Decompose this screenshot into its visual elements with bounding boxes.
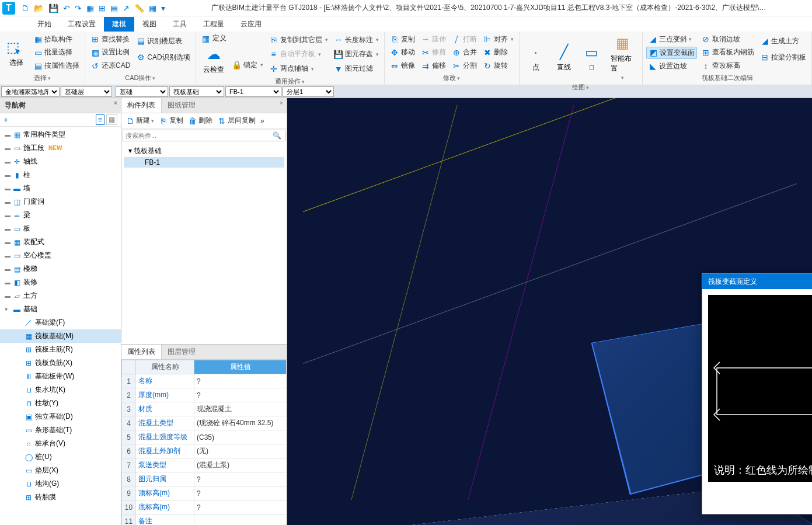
comp-floor-copy-button[interactable]: ⇅层间复制 [215, 115, 257, 126]
tree-subitem[interactable]: Ⅲ基础板带(W) [0, 370, 121, 383]
menu-start[interactable]: 开始 [29, 17, 60, 32]
cancel-slope-button[interactable]: ⊘取消边坡 [699, 34, 756, 45]
set-var-section-button[interactable]: ◩设置变截面 [646, 47, 697, 59]
smart-layout-button[interactable]: ▦智能布置▾ [607, 33, 639, 82]
delete-button[interactable]: ✖删除 [481, 47, 515, 58]
lock-button[interactable]: 🔒锁定 [231, 60, 265, 71]
qat-open-icon[interactable]: 📂 [32, 2, 46, 14]
tab-properties[interactable]: 属性列表 [121, 345, 162, 359]
nav-view-list-icon[interactable]: ≡ [96, 114, 104, 125]
menu-view[interactable]: 视图 [134, 17, 165, 32]
select-by-prop-button[interactable]: ▤按属性选择 [32, 60, 81, 71]
tree-item[interactable]: ▬▦常用构件类型 [0, 128, 121, 141]
qat-ruler-icon[interactable]: 📏 [132, 2, 147, 14]
tree-subitem[interactable]: ⊞筏板负筋(X) [0, 356, 121, 370]
comp-tree-fb1[interactable]: FB-1 [124, 157, 284, 168]
comp-new-button[interactable]: 🗋新建▾ [124, 115, 156, 126]
tree-subitem[interactable]: ⊓柱墩(Y) [0, 397, 121, 410]
define-button[interactable]: ▦定义 [200, 33, 228, 44]
qat-dropdown-icon[interactable]: ▾ [159, 2, 168, 14]
group-draw-label[interactable]: 绘图 [523, 82, 639, 93]
tree-subitem[interactable]: ▦筏板基础(M) [0, 329, 121, 343]
move-button[interactable]: ✥移动 [388, 47, 417, 58]
set-scale-button[interactable]: ▦设置比例 [89, 47, 132, 58]
menu-cloud[interactable]: 云应用 [232, 17, 270, 32]
tab-drawing-mgmt[interactable]: 图纸管理 [162, 98, 201, 113]
menu-tools[interactable]: 工具 [165, 17, 195, 32]
tree-subitem[interactable]: ▭条形基础(T) [0, 423, 121, 437]
find-replace-button[interactable]: ⊞查找替换 [89, 34, 132, 45]
tree-item[interactable]: ▬◫门窗洞 [0, 195, 121, 208]
tree-subitem[interactable]: ▣独立基础(D) [0, 410, 121, 423]
tree-subitem[interactable]: ⊔地沟(G) [0, 477, 121, 491]
qat-redo-icon[interactable]: ↷ [72, 2, 84, 14]
element-filter-button[interactable]: ▼图元过滤 [332, 63, 381, 74]
comp-tree-root[interactable]: ▾ 筏板基础 [124, 145, 284, 157]
view-rebar-button[interactable]: ⊞查看板内钢筋 [699, 47, 756, 58]
comp-close-icon[interactable]: × [277, 99, 285, 107]
save-element-button[interactable]: 💾图元存盘 [332, 48, 381, 60]
menu-modeling[interactable]: 建模 [104, 17, 134, 32]
tree-item[interactable]: ▬◧装修 [0, 276, 121, 289]
tree-subitem[interactable]: ／基础梁(F) [0, 316, 121, 329]
tree-item[interactable]: ▬═梁 [0, 208, 121, 222]
copy-button[interactable]: ⎘复制 [388, 34, 417, 45]
line-button[interactable]: ╱直线 [551, 33, 577, 82]
comp-more-button[interactable]: » [259, 115, 266, 126]
group-cad-label[interactable]: CAD操作 [89, 72, 192, 84]
offset-button[interactable]: ⇉偏移 [419, 60, 448, 71]
tree-item[interactable]: ▬✛轴线 [0, 155, 121, 168]
group-general-label[interactable]: 通用操作 [200, 76, 381, 87]
tree-subitem[interactable]: ◯桩(U) [0, 450, 121, 464]
property-row[interactable]: 9顶标高(m)? [122, 486, 287, 500]
tree-item[interactable]: ▬▱土方 [0, 289, 121, 303]
group-select-label[interactable]: 选择 [4, 72, 81, 84]
property-row[interactable]: 7泵送类型(混凝土泵) [122, 458, 287, 472]
property-row[interactable]: 11备注 [122, 514, 287, 526]
filter-project[interactable]: 金地湘家荡地库 [1, 86, 60, 97]
cad-options-button[interactable]: ⚙CAD识别选项 [134, 52, 191, 63]
qat-tool1-icon[interactable]: ▦ [84, 2, 96, 14]
tree-item[interactable]: ▾▬基础 [0, 303, 121, 316]
mirror-button[interactable]: ⇔镜像 [388, 60, 417, 71]
length-dim-button[interactable]: ↔长度标注 [332, 34, 381, 46]
dialog-titlebar[interactable]: 筏板变截面定义 × [702, 274, 812, 289]
property-row[interactable]: 10底标高(m)? [122, 500, 287, 514]
nav-add-icon[interactable]: + [4, 115, 8, 124]
qat-new-icon[interactable]: 🗋 [19, 2, 32, 14]
break-button[interactable]: ⧸打断 [450, 34, 479, 45]
point-button[interactable]: ·点 [523, 33, 549, 82]
gen-earthwork-button[interactable]: ◢生成土方 [758, 36, 808, 47]
tree-subitem[interactable]: ⊞筏板主筋(R) [0, 343, 121, 356]
tree-subitem[interactable]: ⊔集水坑(K) [0, 383, 121, 397]
comp-copy-button[interactable]: ⎘复制 [157, 115, 185, 126]
set-edge-slope-button[interactable]: ◣设置边坡 [646, 61, 697, 72]
tree-subitem[interactable]: ⌂桩承台(V) [0, 437, 121, 450]
qat-tool5-icon[interactable]: ▦ [147, 2, 159, 14]
tree-item[interactable]: ▬▭施工段NEW [0, 141, 121, 155]
tree-item[interactable]: ▬▮柱 [0, 168, 121, 182]
select-button[interactable]: ⬚➤ 选择 [4, 33, 29, 72]
property-row[interactable]: 8图元归属? [122, 472, 287, 486]
property-row[interactable]: 2厚度(mm)? [122, 388, 287, 402]
tree-item[interactable]: ▬▤楼梯 [0, 262, 121, 276]
qat-tool2-icon[interactable]: ⊞ [96, 2, 108, 14]
rect-button[interactable]: ▭□ [579, 33, 605, 82]
property-row[interactable]: 5混凝土强度等级(C35) [122, 430, 287, 444]
split-by-beam-button[interactable]: ⊟按梁分割板 [758, 52, 808, 63]
search-input[interactable] [123, 130, 269, 141]
tree-item[interactable]: ▬▦装配式 [0, 235, 121, 249]
qat-tool3-icon[interactable]: ▤ [108, 2, 120, 14]
property-table[interactable]: 属性名称属性值 1名称?2厚度(mm)?3材质现浇混凝土4混凝土类型(现浇砼 碎… [121, 360, 287, 525]
identify-floor-button[interactable]: ▤识别楼层表 [134, 36, 191, 47]
cloud-check-button[interactable]: ☁云检查 [200, 44, 228, 76]
qat-tool4-icon[interactable]: ↗ [120, 2, 132, 14]
component-tree[interactable]: ▾ 筏板基础 FB-1 [121, 142, 287, 344]
check-elevation-button[interactable]: ↕查改标高 [699, 60, 756, 71]
three-point-slope-button[interactable]: ◢三点变斜▾ [646, 34, 697, 45]
nav-view-grid-icon[interactable]: ▦ [106, 114, 117, 125]
pick-component-button[interactable]: ▦拾取构件 [32, 34, 81, 45]
tab-layer-mgmt[interactable]: 图层管理 [162, 345, 201, 359]
filter-type[interactable]: 筏板基础 [169, 86, 224, 97]
split-button[interactable]: ✂分割 [450, 60, 479, 71]
